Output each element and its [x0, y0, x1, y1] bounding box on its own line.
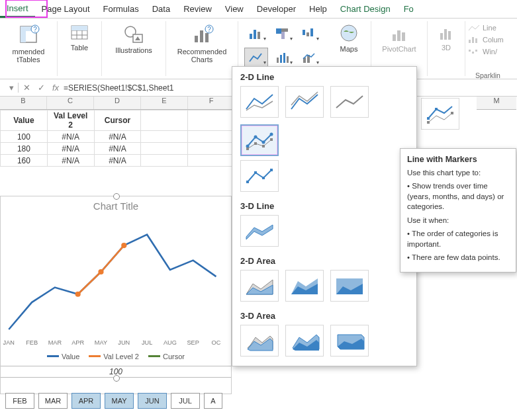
- tab-data[interactable]: Data: [146, 1, 177, 17]
- tab-format[interactable]: Fo: [397, 1, 420, 17]
- svg-text:?: ?: [33, 26, 37, 33]
- svg-rect-16: [205, 33, 209, 42]
- insert-column-chart-button[interactable]: ▾: [244, 24, 268, 44]
- svg-rect-42: [472, 37, 474, 43]
- chart-type-100stacked-area[interactable]: [330, 270, 369, 302]
- svg-rect-29: [280, 55, 282, 63]
- svg-rect-28: [277, 58, 279, 63]
- insert-line-chart-button[interactable]: ▾: [244, 48, 268, 67]
- tab-chart-design[interactable]: Chart Design: [334, 1, 397, 17]
- cell[interactable]: #N/A: [47, 131, 94, 143]
- cell[interactable]: #N/A: [47, 143, 94, 155]
- chart-type-3d-area[interactable]: [240, 325, 279, 357]
- insert-combo-chart-button[interactable]: ▾: [297, 48, 321, 67]
- tab-review[interactable]: Review: [177, 1, 218, 17]
- sparkline-winloss-button[interactable]: Win/: [468, 48, 504, 56]
- chart-legend[interactable]: Value Val Level 2 Cursor: [1, 353, 231, 360]
- insert-statistic-chart-button[interactable]: ▾: [271, 48, 295, 67]
- chart-type-line[interactable]: [240, 86, 279, 118]
- chart-type-3d-line[interactable]: [240, 215, 279, 247]
- slicer-item[interactable]: APR: [71, 393, 101, 409]
- maps-button[interactable]: Maps: [332, 22, 365, 53]
- chart-type-area[interactable]: [240, 270, 279, 302]
- svg-text:MAY: MAY: [95, 339, 107, 346]
- recommended-charts-button[interactable]: ? Recommended Charts: [171, 22, 232, 63]
- table-button[interactable]: Table: [63, 22, 96, 52]
- pivotchart-button[interactable]: PivotChart: [377, 22, 422, 53]
- svg-rect-73: [427, 117, 430, 120]
- svg-rect-41: [469, 40, 471, 43]
- month-slicer[interactable]: FEB MAR APR MAY JUN JUL A: [5, 393, 222, 409]
- chart-type-stacked-line-markers-2[interactable]: [421, 98, 459, 130]
- chart-type-stacked-line-markers[interactable]: [240, 160, 279, 192]
- svg-rect-14: [195, 36, 198, 42]
- svg-text:SEP: SEP: [187, 339, 199, 346]
- chart-type-3d-stacked-area[interactable]: [285, 325, 324, 357]
- cell[interactable]: Cursor: [94, 110, 141, 131]
- cell[interactable]: #N/A: [94, 131, 141, 143]
- worksheet[interactable]: B C D E F ValueVal Level 2Cursor 100#N/A…: [0, 97, 235, 167]
- svg-rect-39: [444, 29, 447, 40]
- enter-icon[interactable]: ✓: [34, 83, 48, 93]
- recommended-charts-label: Recommended Charts: [177, 48, 227, 63]
- svg-text:?: ?: [207, 26, 211, 33]
- sparkline-line-button[interactable]: Line: [468, 24, 504, 32]
- cell[interactable]: 100: [1, 131, 48, 143]
- insert-waterfall-chart-button[interactable]: ▾: [297, 24, 321, 44]
- slicer-item[interactable]: MAY: [105, 393, 134, 409]
- col-header[interactable]: C: [47, 97, 94, 109]
- cell[interactable]: Value: [1, 110, 48, 131]
- cell[interactable]: #N/A: [47, 155, 94, 167]
- illustrations-button[interactable]: Illustrations: [107, 22, 160, 54]
- embedded-chart[interactable]: Chart Title JANFEBMARAPRMAYJUNJULAUGSEPO…: [0, 196, 232, 394]
- svg-rect-35: [393, 34, 396, 41]
- tab-page-layout[interactable]: Page Layout: [35, 1, 97, 17]
- chart-type-stacked-area[interactable]: [285, 270, 324, 302]
- chart-type-stacked-line[interactable]: [285, 86, 324, 118]
- slicer-item[interactable]: A: [204, 393, 222, 409]
- insert-line-chart-dropdown: 2-D Line 3-D Line 2-D Area 3-D Area: [232, 66, 417, 366]
- svg-point-49: [121, 243, 126, 248]
- sparkline-column-button[interactable]: Colum: [468, 36, 504, 44]
- chart-title[interactable]: Chart Title: [1, 200, 231, 212]
- svg-point-61: [254, 136, 258, 139]
- slicer-item[interactable]: JUL: [171, 393, 200, 409]
- 3d-label: 3D: [442, 44, 451, 52]
- col-header[interactable]: M: [477, 97, 516, 110]
- svg-text:FEB: FEB: [26, 339, 38, 346]
- cell[interactable]: 160: [1, 155, 48, 167]
- cell[interactable]: Val Level 2: [47, 110, 94, 131]
- svg-rect-64: [246, 147, 249, 150]
- svg-rect-38: [440, 33, 443, 40]
- chart-resize-handle[interactable]: [113, 193, 120, 200]
- ribbon-tabs: Insert Page Layout Formulas Data Review …: [0, 0, 517, 19]
- tab-developer[interactable]: Developer: [250, 1, 303, 17]
- cell[interactable]: 180: [1, 143, 48, 155]
- tab-formulas[interactable]: Formulas: [97, 1, 146, 17]
- col-header[interactable]: E: [141, 97, 188, 109]
- tab-view[interactable]: View: [218, 1, 250, 17]
- cell[interactable]: #N/A: [94, 143, 141, 155]
- col-header[interactable]: B: [0, 97, 47, 109]
- slicer-item[interactable]: FEB: [5, 393, 34, 409]
- cancel-icon[interactable]: ✕: [20, 83, 33, 93]
- insert-hierarchy-chart-button[interactable]: ▾: [271, 24, 295, 44]
- col-header[interactable]: D: [94, 97, 141, 109]
- col-header[interactable]: F: [188, 97, 235, 109]
- recommended-pivottables-button[interactable]: ? mmended tTables: [5, 22, 52, 63]
- chart-type-100stacked-line[interactable]: [330, 86, 369, 118]
- svg-rect-40: [448, 31, 451, 40]
- chart-resize-handle[interactable]: [113, 375, 120, 382]
- chart-type-3d-100stacked-area[interactable]: [330, 325, 369, 357]
- chart-plot-area[interactable]: JANFEBMARAPRMAYJUNJULAUGSEPOC: [1, 214, 231, 350]
- slicer-item[interactable]: JUN: [138, 393, 167, 409]
- slicer-item[interactable]: MAR: [38, 393, 68, 409]
- chart-type-line-with-markers[interactable]: [240, 124, 279, 156]
- 3d-map-button[interactable]: 3D: [433, 22, 459, 52]
- tab-insert[interactable]: Insert: [0, 1, 35, 18]
- illustrations-label: Illustrations: [115, 46, 152, 54]
- table-label: Table: [71, 44, 88, 52]
- fx-icon[interactable]: fx: [49, 83, 62, 93]
- tab-help[interactable]: Help: [303, 1, 334, 17]
- cell[interactable]: #N/A: [94, 155, 141, 167]
